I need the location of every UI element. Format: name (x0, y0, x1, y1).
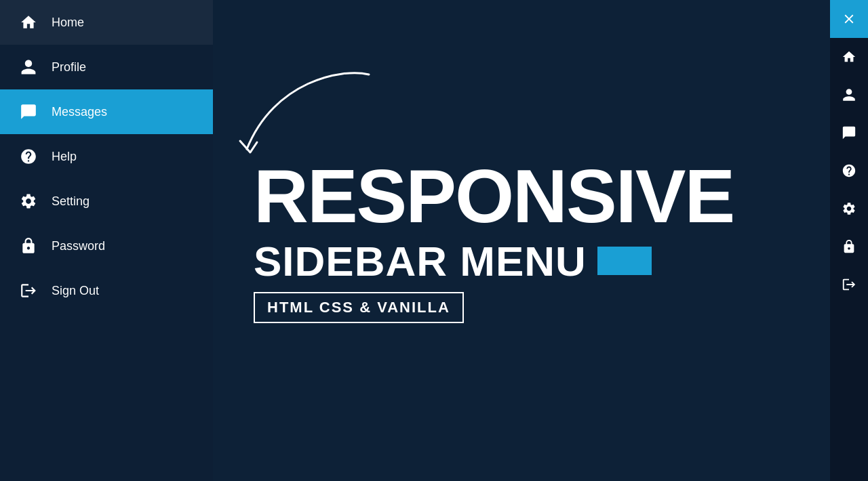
right-profile-button[interactable] (830, 76, 868, 114)
hero-subtitle-row: SIDEBAR MENU (254, 237, 830, 285)
sidebar-item-messages-label: Messages (52, 105, 107, 119)
sidebar-item-help[interactable]: Help (0, 134, 213, 179)
right-user-icon (842, 87, 856, 102)
signout-icon (19, 281, 38, 300)
left-sidebar: Home Profile Messages Help (0, 0, 213, 481)
sidebar-item-profile-label: Profile (52, 60, 86, 75)
blue-accent-block (597, 247, 652, 275)
main-content: RESPONSIVE SIDEBAR MENU HTML CSS & VANIL… (213, 0, 830, 481)
right-help-button[interactable] (830, 152, 868, 190)
close-button[interactable] (830, 0, 868, 38)
sidebar-item-setting[interactable]: Setting (0, 179, 213, 224)
hero-subtitle: SIDEBAR MENU (254, 237, 587, 285)
home-icon (19, 13, 38, 32)
sidebar-item-messages[interactable]: Messages (0, 89, 213, 134)
right-home-icon (842, 49, 856, 64)
right-lock-icon (842, 239, 856, 254)
close-icon (842, 12, 856, 26)
gear-icon (19, 192, 38, 211)
right-setting-button[interactable] (830, 190, 868, 228)
right-sidebar (830, 0, 868, 481)
sidebar-item-home[interactable]: Home (0, 0, 213, 45)
sidebar-item-profile[interactable]: Profile (0, 45, 213, 89)
user-icon (19, 58, 38, 77)
chat-icon (19, 102, 38, 121)
right-password-button[interactable] (830, 228, 868, 266)
lock-icon (19, 236, 38, 255)
sidebar-item-password[interactable]: Password (0, 224, 213, 268)
hero-text: RESPONSIVE SIDEBAR MENU HTML CSS & VANIL… (213, 159, 830, 323)
right-messages-button[interactable] (830, 114, 868, 152)
right-gear-icon (842, 201, 856, 216)
help-icon (19, 147, 38, 166)
right-help-icon (842, 163, 856, 178)
right-signout-icon (842, 277, 856, 292)
sidebar-item-help-label: Help (52, 150, 77, 164)
sidebar-item-setting-label: Setting (52, 194, 90, 209)
hero-tag: HTML CSS & VANILLA (254, 292, 464, 323)
sidebar-item-signout[interactable]: Sign Out (0, 268, 213, 313)
right-chat-icon (842, 125, 856, 140)
right-home-button[interactable] (830, 38, 868, 76)
sidebar-item-home-label: Home (52, 16, 84, 30)
sidebar-item-password-label: Password (52, 239, 105, 253)
arrow-decoration (220, 54, 382, 179)
sidebar-item-signout-label: Sign Out (52, 284, 99, 298)
right-signout-button[interactable] (830, 266, 868, 304)
